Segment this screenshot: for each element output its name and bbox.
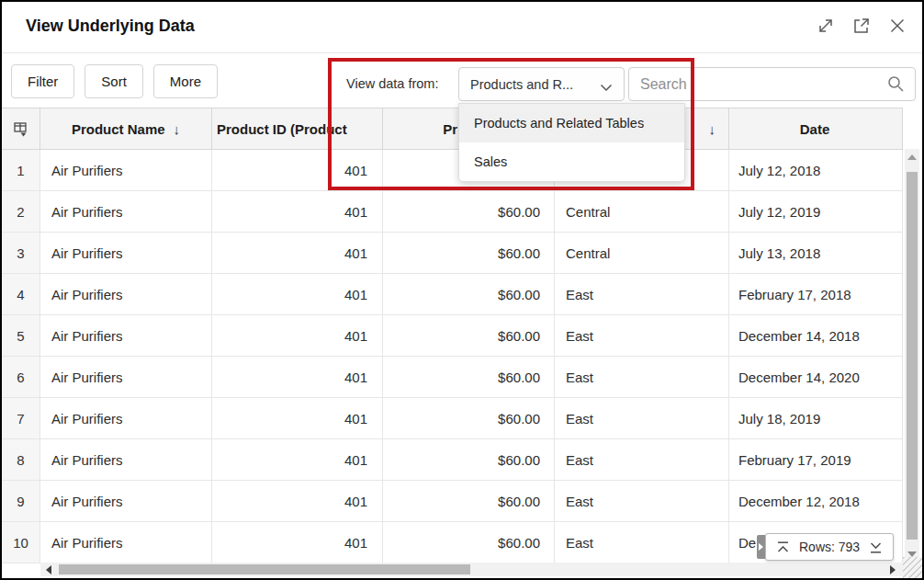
cell-price: $60.00 (383, 315, 555, 357)
cell-product-id: 401 (212, 191, 383, 233)
collapse-handle-icon[interactable] (757, 535, 765, 559)
table-row: 6 Air Purifiers 401 $60.00 East December… (2, 357, 903, 398)
cell-product-id: 401 (212, 315, 383, 357)
vertical-scrollbar[interactable] (905, 149, 919, 563)
row-number: 6 (2, 357, 40, 398)
table-row: 1 Air Purifiers 401 July 12, 2018 (2, 150, 903, 191)
cell-date: February 17, 2018 (729, 274, 903, 315)
search-input[interactable] (628, 67, 916, 101)
cell-region: Central (555, 191, 729, 233)
cell-product-name: Air Purifiers (40, 315, 212, 357)
cell-price: $60.00 (383, 398, 555, 439)
chevron-down-icon (600, 80, 613, 88)
header-product-id-label: Product ID (Product (217, 121, 347, 137)
vertical-scrollbar-thumb[interactable] (907, 172, 918, 540)
close-icon[interactable] (887, 16, 907, 36)
row-number: 3 (2, 233, 40, 274)
cell-price: $60.00 (383, 481, 555, 522)
cell-region: East (555, 315, 729, 357)
cell-region: East (555, 274, 729, 315)
table-row: 8 Air Purifiers 401 $60.00 East February… (2, 439, 903, 481)
cell-price: $60.00 (383, 233, 555, 274)
cell-product-id: 401 (212, 357, 383, 398)
scroll-up-icon[interactable] (907, 154, 917, 160)
header-product-id[interactable]: Product ID (Product (212, 108, 383, 150)
menu-item-sales[interactable]: Sales (459, 142, 684, 181)
column-picker-cell[interactable] (2, 108, 40, 150)
cell-product-name: Air Purifiers (40, 191, 212, 233)
horizontal-scrollbar[interactable] (40, 563, 903, 576)
cell-date: July 12, 2018 (729, 150, 903, 191)
cell-region: East (555, 481, 729, 522)
table-row: 4 Air Purifiers 401 $60.00 East February… (2, 274, 903, 315)
cell-product-id: 401 (212, 522, 383, 563)
cell-product-id: 401 (212, 398, 383, 439)
table-row: 3 Air Purifiers 401 $60.00 Central July … (2, 233, 903, 274)
cell-product-name: Air Purifiers (40, 398, 212, 439)
cell-product-id: 401 (212, 233, 383, 274)
scroll-left-icon[interactable] (46, 565, 51, 574)
rows-pager-box: Rows: 793 (765, 533, 894, 561)
row-number: 1 (2, 150, 40, 191)
go-to-top-icon[interactable] (775, 540, 791, 555)
view-data-from-label: View data from: (346, 76, 438, 91)
data-source-select-value: Products and R... (470, 77, 573, 92)
filter-button[interactable]: Filter (11, 64, 74, 98)
cell-region: East (555, 522, 729, 563)
sort-descending-icon: ↓ (709, 121, 716, 137)
row-number: 5 (2, 315, 40, 357)
cell-date: December 14, 2020 (729, 357, 903, 398)
cell-price: $60.00 (383, 274, 555, 315)
table-header-row: Product Name ↓ Product ID (Product Pr ↓ … (2, 108, 903, 150)
cell-product-name: Air Purifiers (40, 274, 212, 315)
table-columns-icon (12, 120, 29, 138)
cell-product-name: Air Purifiers (40, 150, 212, 191)
cell-product-id: 401 (212, 481, 383, 522)
view-underlying-data-dialog: View Underlying Data Filter Sort More (0, 0, 924, 580)
row-number: 4 (2, 274, 40, 315)
table-row: 5 Air Purifiers 401 $60.00 East December… (2, 315, 903, 357)
scroll-right-icon[interactable] (890, 565, 896, 574)
cell-region: East (555, 357, 729, 398)
menu-item-products-and-related-tables[interactable]: Products and Related Tables (459, 104, 684, 142)
row-number: 8 (2, 439, 40, 481)
resize-grip[interactable] (903, 557, 922, 578)
cell-region: East (555, 439, 729, 481)
table-row: 7 Air Purifiers 401 $60.00 East July 18,… (2, 398, 903, 439)
rows-pager-widget: Rows: 793 (757, 533, 894, 561)
cell-product-id: 401 (212, 439, 383, 481)
cell-date: July 12, 2019 (729, 191, 903, 233)
go-to-bottom-icon[interactable] (868, 540, 884, 555)
header-date-label: Date (800, 121, 830, 137)
open-in-new-icon[interactable] (851, 16, 872, 36)
title-bar: View Underlying Data (2, 2, 922, 53)
cell-product-name: Air Purifiers (40, 481, 212, 522)
cell-price: $60.00 (383, 439, 555, 481)
cell-price: $60.00 (383, 191, 555, 233)
toolbar-left: Filter Sort More (11, 64, 218, 98)
cell-product-name: Air Purifiers (40, 233, 212, 274)
window-controls (816, 16, 907, 36)
sort-descending-icon: ↓ (174, 121, 181, 137)
header-product-name[interactable]: Product Name ↓ (40, 108, 212, 150)
cell-region: Central (555, 233, 729, 274)
cell-product-name: Air Purifiers (40, 522, 212, 563)
horizontal-scrollbar-thumb[interactable] (59, 564, 470, 574)
search-box (628, 67, 916, 101)
cell-date: February 17, 2019 (729, 439, 903, 481)
data-source-select[interactable]: Products and R... (458, 67, 625, 101)
expand-icon[interactable] (816, 16, 836, 36)
cell-price: $60.00 (383, 522, 555, 563)
cell-product-name: Air Purifiers (40, 439, 212, 481)
data-table: Product Name ↓ Product ID (Product Pr ↓ … (2, 108, 903, 563)
sort-button[interactable]: Sort (85, 64, 143, 98)
header-date[interactable]: Date (729, 108, 903, 150)
cell-price: $60.00 (383, 357, 555, 398)
cell-date: December 12, 2018 (729, 481, 903, 522)
more-button[interactable]: More (153, 64, 218, 98)
cell-date: July 18, 2019 (729, 398, 903, 439)
cell-date: July 13, 2018 (729, 233, 903, 274)
header-price-label: Pr (443, 121, 457, 137)
row-number: 2 (2, 191, 40, 233)
cell-product-id: 401 (212, 274, 383, 315)
